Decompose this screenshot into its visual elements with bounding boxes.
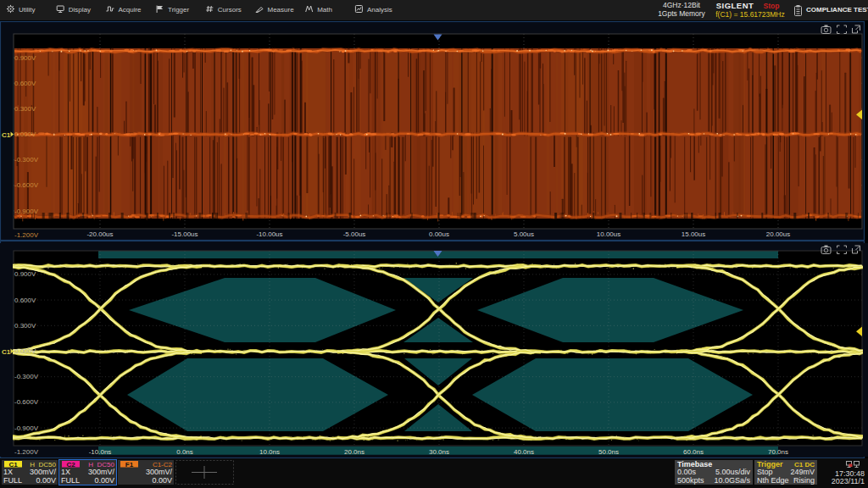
svg-text:-0.300V: -0.300V <box>14 156 39 164</box>
svg-text:1X: 1X <box>61 468 70 476</box>
svg-text:-0.900V: -0.900V <box>14 424 39 432</box>
svg-text:-0.600V: -0.600V <box>14 398 39 406</box>
svg-text:10.0ns: 10.0ns <box>259 448 280 456</box>
svg-text:-10.0ns: -10.0ns <box>89 448 112 456</box>
svg-text:300mV/: 300mV/ <box>146 468 173 476</box>
svg-text:Trigger: Trigger <box>757 460 783 469</box>
svg-text:-20.00us: -20.00us <box>86 230 113 238</box>
svg-text:0.00V: 0.00V <box>152 476 172 485</box>
svg-text:5.00us: 5.00us <box>514 230 534 238</box>
svg-text:20.00us: 20.00us <box>766 230 790 238</box>
svg-text:10.00us: 10.00us <box>597 230 620 238</box>
svg-text:2023/11/1: 2023/11/1 <box>832 477 865 485</box>
svg-text:-0.600V: -0.600V <box>14 181 39 189</box>
svg-text:F1: F1 <box>125 461 134 469</box>
svg-text:0.900V: 0.900V <box>14 270 36 278</box>
svg-text:0.00V: 0.00V <box>94 476 114 485</box>
svg-text:249mV: 249mV <box>790 468 815 476</box>
svg-text:FULL: FULL <box>61 476 80 485</box>
svg-text:-0.900V: -0.900V <box>14 208 39 215</box>
svg-text:-0.300V: -0.300V <box>14 373 39 380</box>
svg-text:COMPLIANCE TEST: COMPLIANCE TEST <box>806 6 868 14</box>
svg-text:C1: C1 <box>2 131 11 139</box>
svg-text:Acquire: Acquire <box>118 6 142 14</box>
svg-text:Timebase: Timebase <box>677 460 712 469</box>
svg-text:0.000V: 0.000V <box>14 130 36 138</box>
svg-text:Cursors: Cursors <box>218 6 242 14</box>
svg-text:70.0ns: 70.0ns <box>768 448 788 456</box>
svg-text:C1: C1 <box>2 348 11 356</box>
svg-text:0.600V: 0.600V <box>14 297 36 304</box>
svg-text:300mV/: 300mV/ <box>88 468 115 476</box>
svg-text:10.0GSa/s: 10.0GSa/s <box>714 476 750 485</box>
svg-text:-1.200V: -1.200V <box>14 448 39 456</box>
svg-text:Stop: Stop <box>757 468 773 476</box>
svg-text:50.0ns: 50.0ns <box>598 448 619 456</box>
svg-text:Analysis: Analysis <box>367 6 392 14</box>
svg-text:SIGLENT: SIGLENT <box>716 1 754 10</box>
svg-text:300mV/: 300mV/ <box>30 468 57 476</box>
svg-text:15.00us: 15.00us <box>682 230 705 238</box>
svg-text:40.0ns: 40.0ns <box>514 448 534 456</box>
svg-text:Math: Math <box>317 6 332 14</box>
svg-text:20.0ns: 20.0ns <box>344 448 364 456</box>
svg-text:60.0ns: 60.0ns <box>683 448 704 456</box>
svg-text:0.00V: 0.00V <box>36 476 56 485</box>
svg-text:1Gpts Memory: 1Gpts Memory <box>658 9 705 18</box>
svg-text:0.900V: 0.900V <box>14 54 36 62</box>
svg-text:1X: 1X <box>3 468 13 476</box>
svg-text:0.000V: 0.000V <box>14 347 36 355</box>
svg-text:Rising: Rising <box>793 476 815 485</box>
svg-text:5.00us/div: 5.00us/div <box>715 468 751 476</box>
svg-text:-5.00us: -5.00us <box>343 230 366 238</box>
svg-text:500kpts: 500kpts <box>677 476 704 485</box>
svg-text:Measure: Measure <box>268 6 295 14</box>
svg-text:-15.00us: -15.00us <box>171 230 198 238</box>
svg-text:4GHz·12Bit: 4GHz·12Bit <box>663 1 701 9</box>
svg-text:-10.00us: -10.00us <box>256 230 282 238</box>
svg-text:FULL: FULL <box>3 476 22 485</box>
svg-text:0.00s: 0.00s <box>677 468 697 476</box>
svg-text:-1.200V: -1.200V <box>14 231 39 239</box>
svg-text:0.300V: 0.300V <box>14 105 36 113</box>
svg-text:0.300V: 0.300V <box>14 322 36 330</box>
svg-text:0.00us: 0.00us <box>429 230 449 238</box>
svg-text:0.0ns: 0.0ns <box>176 448 193 456</box>
svg-text:Utility: Utility <box>19 6 36 14</box>
svg-text:f(C1) = 15.61723MHz: f(C1) = 15.61723MHz <box>715 10 785 19</box>
svg-text:0.600V: 0.600V <box>14 80 36 87</box>
svg-text:Trigger: Trigger <box>168 6 189 14</box>
svg-text:17:30:48: 17:30:48 <box>835 469 865 478</box>
svg-text:30.0ns: 30.0ns <box>429 448 449 456</box>
svg-text:Nth Edge: Nth Edge <box>757 476 789 485</box>
svg-text:Stop: Stop <box>764 2 780 10</box>
svg-text:Display: Display <box>69 6 91 14</box>
